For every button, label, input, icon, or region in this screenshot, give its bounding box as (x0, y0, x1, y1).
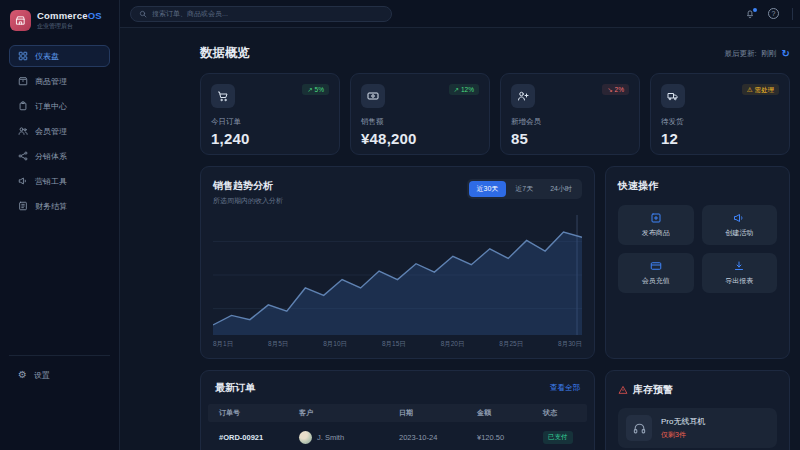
last-updated: 最后更新: 刚刚 ↻ (725, 49, 790, 59)
customer-cell: J. Smith (299, 431, 399, 444)
trend-down-icon: ↘ (607, 86, 612, 93)
brand: CommerceOS 企业管理后台 (9, 9, 110, 31)
stat-card-orders-today: ↗5% 今日订单 1,240 (200, 73, 340, 155)
export-report-button[interactable]: 导出报表 (702, 253, 778, 293)
order-date: 2023-10-24 (399, 433, 477, 442)
inventory-alert-panel: 库存预警 Pro无线耳机 仅剩3件 (605, 370, 790, 450)
trend-badge: ↗5% (302, 84, 329, 95)
orders-title: 最新订单 (215, 381, 255, 395)
warn-badge: ⚠需处理 (742, 84, 779, 95)
sales-trend-chart (213, 215, 582, 335)
stat-value: 85 (511, 130, 629, 147)
warning-icon: ⚠ (747, 86, 753, 93)
x-axis-labels: 8月1日 8月5日 8月10日 8月15日 8月20日 8月25日 8月30日 (213, 340, 582, 349)
notifications-button[interactable] (745, 9, 755, 19)
quick-actions-title: 快速操作 (618, 179, 777, 193)
gear-icon: ⚙ (18, 370, 27, 380)
dashboard-icon (18, 51, 28, 61)
sidebar-item-dashboard[interactable]: 仪表盘 (9, 45, 110, 67)
area-series (213, 232, 582, 335)
range-30d-button[interactable]: 近30天 (469, 181, 507, 197)
warning-triangle-icon (618, 385, 628, 395)
member-topup-button[interactable]: 会员充值 (618, 253, 694, 293)
sidebar-item-finance[interactable]: 财务结算 (9, 195, 110, 217)
search-box (130, 6, 392, 22)
headphones-icon (626, 415, 652, 441)
avatar (299, 431, 312, 444)
chart-subtitle: 所选周期内的收入分析 (213, 196, 283, 206)
order-id: #ORD-00921 (219, 433, 299, 442)
stat-value: ¥48,200 (361, 130, 479, 147)
refresh-icon[interactable]: ↻ (782, 49, 790, 59)
chart-title: 销售趋势分析 (213, 179, 283, 193)
trend-badge: ↗12% (449, 84, 479, 95)
customer-name: J. Smith (317, 433, 344, 442)
publish-product-button[interactable]: 发布商品 (618, 205, 694, 245)
sidebar-item-orders[interactable]: 订单中心 (9, 95, 110, 117)
trend-up-icon: ↗ (307, 86, 312, 93)
users-icon (18, 126, 28, 136)
plus-square-icon (650, 212, 662, 224)
ledger-icon (18, 201, 28, 211)
megaphone-icon (733, 212, 745, 224)
sidebar-item-settings[interactable]: ⚙ 设置 (9, 364, 59, 386)
sidebar-item-products[interactable]: 商品管理 (9, 70, 110, 92)
stat-value: 1,240 (211, 130, 329, 147)
search-input[interactable] (152, 10, 383, 17)
inventory-item[interactable]: Pro无线耳机 仅剩3件 (618, 408, 777, 448)
quick-actions-panel: 快速操作 发布商品 创建活动 会员充值 (605, 166, 790, 359)
topbar-actions: ? (745, 8, 793, 20)
stat-value: 12 (661, 130, 779, 147)
brand-subtitle: 企业管理后台 (37, 22, 102, 31)
box-icon (18, 76, 28, 86)
status-badge: 已支付 (543, 431, 573, 444)
latest-orders-panel: 最新订单 查看全部 订单号 客户 日期 金额 状态 #ORD-00921 J. … (200, 370, 595, 450)
banknote-icon (361, 84, 385, 108)
notification-dot (753, 8, 757, 12)
download-icon (733, 260, 745, 272)
brand-name: CommerceOS (37, 10, 102, 21)
order-amount: ¥120.50 (477, 433, 543, 442)
product-name: Pro无线耳机 (661, 416, 705, 427)
sidebar-item-distribution[interactable]: 分销体系 (9, 145, 110, 167)
view-all-link[interactable]: 查看全部 (550, 383, 580, 393)
stat-label: 销售额 (361, 117, 479, 127)
stat-label: 新增会员 (511, 117, 629, 127)
user-add-icon (511, 84, 535, 108)
truck-icon (661, 84, 685, 108)
help-button[interactable]: ? (768, 8, 779, 19)
create-campaign-button[interactable]: 创建活动 (702, 205, 778, 245)
range-switcher: 近30天 近7天 24小时 (467, 179, 583, 199)
credit-card-icon (650, 260, 662, 272)
stat-label: 待发货 (661, 117, 779, 127)
sales-trend-plot (213, 215, 582, 335)
table-row[interactable]: #ORD-00921 J. Smith 2023-10-24 ¥120.50 已… (208, 422, 587, 450)
sidebar-item-marketing[interactable]: 营销工具 (9, 170, 110, 192)
cart-icon (211, 84, 235, 108)
sidebar: CommerceOS 企业管理后台 仪表盘 商品管理 订单中心 会员管理 分销体… (0, 0, 120, 450)
sidebar-item-members[interactable]: 会员管理 (9, 120, 110, 142)
megaphone-icon (18, 176, 28, 186)
topbar-divider (792, 8, 793, 20)
stock-warning: 仅剩3件 (661, 430, 705, 440)
stat-card-sales: ↗12% 销售额 ¥48,200 (350, 73, 490, 155)
clipboard-icon (18, 101, 28, 111)
range-7d-button[interactable]: 近7天 (507, 181, 541, 197)
inventory-title: 库存预警 (633, 383, 673, 397)
trend-up-icon: ↗ (454, 86, 459, 93)
search-icon (139, 10, 147, 18)
stat-card-pending-shipment: ⚠需处理 待发货 12 (650, 73, 790, 155)
sidebar-footer: ⚙ 设置 (9, 355, 110, 386)
range-24h-button[interactable]: 24小时 (542, 181, 580, 197)
topbar: ? (120, 0, 800, 28)
help-icon: ? (768, 8, 779, 19)
stat-label: 今日订单 (211, 117, 329, 127)
sales-trend-panel: 销售趋势分析 所选周期内的收入分析 近30天 近7天 24小时 (200, 166, 595, 359)
brand-logo-icon (10, 10, 31, 31)
content: 数据概览 最后更新: 刚刚 ↻ ↗5% 今日订单 1,240 (120, 28, 800, 450)
orders-table-header: 订单号 客户 日期 金额 状态 (208, 404, 587, 422)
network-icon (18, 151, 28, 161)
page-title: 数据概览 (200, 45, 250, 62)
sidebar-menu: 仪表盘 商品管理 订单中心 会员管理 分销体系 营销工具 财务结算 (9, 45, 110, 217)
stat-card-new-members: ↘2% 新增会员 85 (500, 73, 640, 155)
